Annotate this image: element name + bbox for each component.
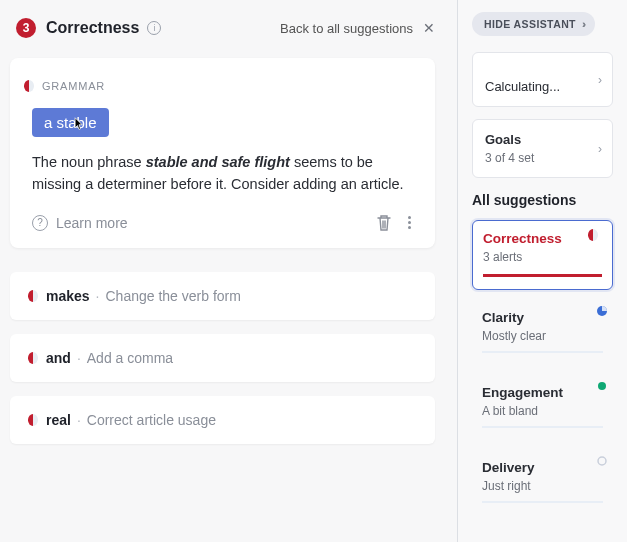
- category-bar: [483, 274, 602, 277]
- category-bar: [482, 426, 603, 428]
- card-category-label: GRAMMAR: [42, 80, 105, 92]
- back-label: Back to all suggestions: [280, 21, 413, 36]
- score-card[interactable]: Calculating... ›: [472, 52, 613, 107]
- category-title: Delivery: [482, 460, 603, 475]
- collapsed-suggestion[interactable]: and · Add a comma: [10, 334, 435, 382]
- hide-assistant-label: HIDE ASSISTANT: [484, 18, 576, 30]
- suggestion-word: real: [46, 412, 71, 428]
- collapsed-suggestion[interactable]: real · Correct article usage: [10, 396, 435, 444]
- close-icon[interactable]: ✕: [423, 20, 435, 36]
- category-clarity[interactable]: Clarity Mostly clear: [472, 300, 613, 365]
- goals-card[interactable]: Goals 3 of 4 set ›: [472, 119, 613, 178]
- main-panel: 3 Correctness i Back to all suggestions …: [0, 0, 457, 542]
- svg-point-1: [598, 382, 606, 390]
- category-sub: 3 alerts: [483, 250, 602, 264]
- svg-point-2: [598, 457, 606, 465]
- shield-icon: [28, 352, 38, 364]
- hide-assistant-button[interactable]: HIDE ASSISTANT ››: [472, 12, 595, 36]
- suggestion-card: GRAMMAR a stable The noun phrase stable …: [10, 58, 435, 248]
- score-status: Calculating...: [485, 79, 560, 94]
- category-sub: Mostly clear: [482, 329, 603, 343]
- category-title: Correctness: [483, 231, 602, 246]
- alert-count-badge: 3: [16, 18, 36, 38]
- engagement-icon: [597, 381, 607, 391]
- clarity-icon: [597, 306, 607, 316]
- assistant-sidebar: HIDE ASSISTANT ›› Calculating... › Goals…: [457, 0, 627, 542]
- header: 3 Correctness i Back to all suggestions …: [10, 18, 435, 38]
- shield-icon: [588, 229, 598, 241]
- goals-title: Goals: [485, 132, 521, 147]
- collapsed-suggestion[interactable]: makes · Change the verb form: [10, 272, 435, 320]
- category-delivery[interactable]: Delivery Just right: [472, 450, 613, 515]
- suggestion-description: The noun phrase stable and safe flight s…: [32, 151, 413, 196]
- category-correctness[interactable]: Correctness 3 alerts: [472, 220, 613, 290]
- shield-icon: [28, 414, 38, 426]
- category-engagement[interactable]: Engagement A bit bland: [472, 375, 613, 440]
- chip-text: a stable: [44, 114, 97, 131]
- chevron-right-icon: ›: [598, 73, 602, 87]
- shield-icon: [24, 80, 34, 92]
- suggestion-word: makes: [46, 288, 90, 304]
- delivery-icon: [597, 456, 607, 466]
- back-to-all-link[interactable]: Back to all suggestions ✕: [280, 20, 435, 36]
- card-category-row: GRAMMAR: [24, 80, 413, 92]
- category-sub: A bit bland: [482, 404, 603, 418]
- question-icon: ?: [32, 215, 48, 231]
- trash-icon[interactable]: [376, 214, 392, 232]
- apply-suggestion-chip[interactable]: a stable: [32, 108, 109, 137]
- category-title: Engagement: [482, 385, 603, 400]
- category-bar: [482, 351, 603, 353]
- category-bar: [482, 501, 603, 503]
- category-title: Clarity: [482, 310, 603, 325]
- learn-more-link[interactable]: Learn more: [56, 215, 128, 231]
- suggestion-hint: Correct article usage: [87, 412, 216, 428]
- page-title: Correctness: [46, 19, 139, 37]
- chevron-right-icon: ››: [582, 18, 583, 30]
- category-sub: Just right: [482, 479, 603, 493]
- card-footer: ? Learn more: [32, 214, 413, 232]
- suggestion-hint: Add a comma: [87, 350, 173, 366]
- goals-sub: 3 of 4 set: [485, 151, 600, 165]
- suggestion-word: and: [46, 350, 71, 366]
- shield-icon: [28, 290, 38, 302]
- suggestion-hint: Change the verb form: [105, 288, 240, 304]
- all-suggestions-heading: All suggestions: [472, 192, 613, 208]
- more-menu-icon[interactable]: [406, 214, 413, 231]
- chevron-right-icon: ›: [598, 142, 602, 156]
- info-icon[interactable]: i: [147, 21, 161, 35]
